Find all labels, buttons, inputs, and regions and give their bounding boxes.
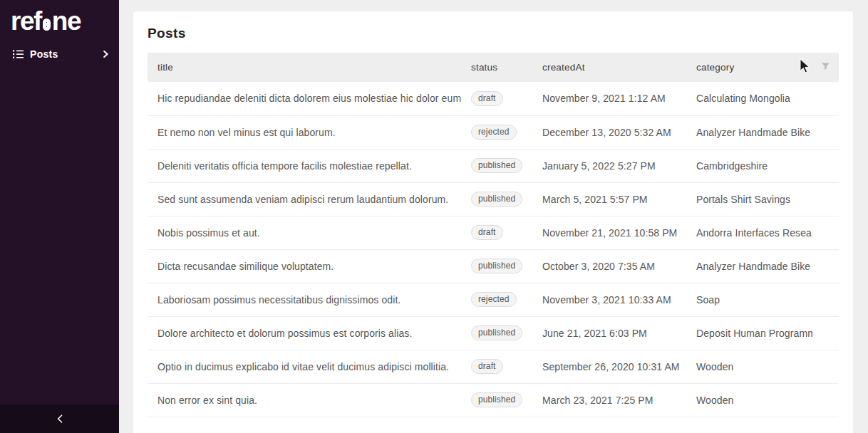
cell-createdat: March 5, 2021 5:57 PM — [532, 182, 686, 216]
cell-title: Optio in ducimus explicabo id vitae veli… — [148, 350, 461, 383]
cell-filter-spacer — [812, 182, 839, 216]
cell-status: published — [461, 149, 532, 182]
status-badge: draft — [471, 359, 503, 374]
cell-title: Hic repudiandae deleniti dicta dolorem e… — [148, 82, 461, 115]
cell-category: Andorra Interfaces Research — [686, 216, 812, 249]
cell-category: Analyzer Handmade Bike — [686, 115, 812, 149]
cell-createdat: December 13, 2020 5:32 AM — [532, 115, 686, 149]
logo-i-icon — [43, 19, 51, 31]
column-header-category: category — [686, 53, 812, 82]
status-badge: published — [471, 392, 522, 407]
cell-title: Laboriosam possimus necessitatibus digni… — [148, 283, 461, 316]
cell-category: Portals Shirt Savings — [686, 182, 812, 216]
posts-table: title status createdAt category — [148, 53, 839, 417]
table-row: Sed sunt assumenda veniam adipisci rerum… — [148, 182, 839, 216]
table-row: Dicta recusandae similique voluptatem. p… — [148, 249, 839, 283]
column-header-status: status — [461, 53, 532, 82]
sidebar-collapse-button[interactable] — [0, 405, 119, 433]
column-header-createdat: createdAt — [532, 53, 686, 82]
cell-filter-spacer — [812, 283, 839, 316]
cell-createdat: June 21, 2021 6:03 PM — [532, 316, 686, 350]
table-row: Et nemo non vel minus est qui laborum. r… — [148, 115, 839, 149]
table-row: Non error ex sint quia. published March … — [148, 383, 839, 417]
cell-title: Non error ex sint quia. — [148, 383, 461, 417]
posts-card: Posts title status createdAt category — [133, 11, 853, 433]
status-badge: draft — [471, 225, 503, 240]
cell-createdat: March 23, 2021 7:25 PM — [532, 383, 686, 417]
cell-category: Wooden — [686, 350, 812, 383]
cell-status: draft — [461, 350, 532, 383]
cell-title: Nobis possimus et aut. — [148, 216, 461, 249]
status-badge: draft — [471, 91, 503, 106]
cell-filter-spacer — [812, 216, 839, 249]
chevron-right-icon — [103, 51, 108, 58]
app-window: refne Posts — [0, 0, 868, 433]
status-badge: published — [471, 192, 522, 207]
cell-title: Dolore architecto et dolorum possimus es… — [148, 316, 461, 350]
cell-status: rejected — [461, 115, 532, 149]
app-logo[interactable]: refne — [11, 8, 109, 35]
cell-category: Cambridgeshire — [686, 149, 812, 182]
cell-status: published — [461, 383, 532, 417]
status-badge: published — [471, 259, 522, 273]
table-header: title status createdAt category — [148, 53, 839, 82]
cell-filter-spacer — [812, 249, 839, 283]
cell-filter-spacer — [812, 383, 839, 417]
cell-filter-spacer — [812, 316, 839, 350]
cell-status: published — [461, 182, 532, 216]
table-body: Hic repudiandae deleniti dicta dolorem e… — [148, 82, 839, 417]
list-icon — [13, 49, 24, 59]
cell-status: published — [461, 316, 532, 350]
sidebar: refne Posts — [0, 0, 119, 433]
status-badge: rejected — [471, 292, 517, 307]
page-title: Posts — [148, 26, 839, 41]
sidebar-item-posts[interactable]: Posts — [0, 43, 119, 65]
cell-createdat: November 9, 2021 1:12 AM — [532, 82, 686, 115]
sidebar-menu: Posts — [0, 43, 119, 65]
table-row: Dolore architecto et dolorum possimus es… — [148, 316, 839, 350]
cell-category: Wooden — [686, 383, 812, 417]
table-row: Optio in ducimus explicabo id vitae veli… — [148, 350, 839, 383]
status-badge: published — [471, 158, 522, 173]
table-row: Deleniti veritatis officia tempore facil… — [148, 149, 839, 182]
cell-createdat: October 3, 2020 7:35 AM — [532, 249, 686, 283]
status-badge: rejected — [471, 125, 517, 140]
cell-createdat: January 5, 2022 5:27 PM — [532, 149, 686, 182]
filter-funnel-icon[interactable] — [822, 63, 830, 71]
cell-title: Deleniti veritatis officia tempore facil… — [148, 149, 461, 182]
cell-title: Et nemo non vel minus est qui laborum. — [148, 115, 461, 149]
cell-createdat: September 26, 2020 10:31 AM — [532, 350, 686, 383]
cell-createdat: November 21, 2021 10:58 PM — [532, 216, 686, 249]
logo-text-prefix: ref — [11, 6, 41, 36]
cell-status: published — [461, 249, 532, 283]
cell-status: draft — [461, 216, 532, 249]
chevron-left-icon — [57, 414, 63, 423]
status-badge: published — [471, 325, 522, 340]
cell-title: Sed sunt assumenda veniam adipisci rerum… — [148, 182, 461, 216]
sidebar-item-label: Posts — [30, 48, 58, 60]
cell-status: rejected — [461, 283, 532, 316]
cell-category: Calculating Mongolia — [686, 82, 812, 115]
main-content: Posts title status createdAt category — [119, 0, 868, 433]
cell-filter-spacer — [812, 82, 839, 115]
logo-text-suffix: ne — [52, 6, 81, 36]
cell-status: draft — [461, 82, 532, 115]
cell-filter-spacer — [812, 350, 839, 383]
cell-category: Analyzer Handmade Bike — [686, 249, 812, 283]
column-header-title: title — [148, 53, 461, 82]
cell-createdat: November 3, 2021 10:33 AM — [532, 283, 686, 316]
table-row: Nobis possimus et aut. draft November 21… — [148, 216, 839, 249]
cell-filter-spacer — [812, 149, 839, 182]
table-row: Hic repudiandae deleniti dicta dolorem e… — [148, 82, 839, 115]
cell-filter-spacer — [812, 115, 839, 149]
column-header-filter — [812, 53, 839, 82]
cell-title: Dicta recusandae similique voluptatem. — [148, 249, 461, 283]
cell-category: Soap — [686, 283, 812, 316]
cell-category: Deposit Human Programmable — [686, 316, 812, 350]
table-row: Laboriosam possimus necessitatibus digni… — [148, 283, 839, 316]
